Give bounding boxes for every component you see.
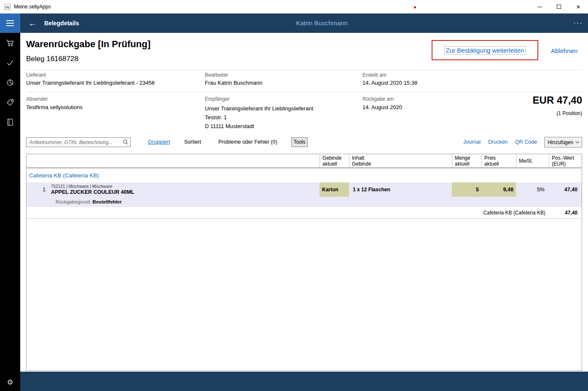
- return-reason-label: Rückgabegrund:: [56, 199, 91, 204]
- total-amount: EUR 47,40: [533, 94, 582, 106]
- maximize-icon: [557, 5, 561, 9]
- empfaenger-label: Empfänger: [205, 96, 230, 102]
- forward-for-confirmation-link[interactable]: Zur Bestätigung weiterleiten: [444, 46, 526, 55]
- divider: [26, 92, 582, 92]
- rueckgabe-am-value: 14. August 2020: [362, 104, 402, 110]
- page-title: Belegdetails: [44, 13, 79, 33]
- sidebar-item-prices[interactable]: [0, 92, 20, 112]
- sidebar-item-catalog[interactable]: [0, 112, 20, 132]
- col-header-pos-wert: Pos.-Wert (EUR): [549, 154, 582, 168]
- checkmark-icon: [6, 59, 14, 67]
- qr-code-link[interactable]: QR Code: [515, 137, 537, 147]
- annotation-highlight-box: Zur Bestätigung weiterleiten: [432, 40, 538, 60]
- col-header-mwst: MwSt.: [516, 154, 549, 168]
- add-button-label: Hinzufügen: [548, 139, 573, 145]
- rueckgabe-am-label: Rückgabe am: [362, 96, 394, 102]
- grouped-toggle-link[interactable]: Gruppiert: [148, 137, 170, 147]
- close-icon: ✕: [576, 4, 581, 10]
- summary-group-total: 47,40: [565, 210, 582, 216]
- pie-chart-icon: [6, 78, 14, 87]
- sidebar-item-orders[interactable]: [0, 33, 20, 53]
- col-header-menge: Menge aktuell: [452, 154, 481, 168]
- group-summary-row: Cafeteria KB (Cafeteria KB) 47,40: [27, 207, 582, 219]
- chevron-down-icon: [576, 140, 579, 143]
- row-menge-cell[interactable]: 5: [452, 182, 481, 197]
- window-title: Meine sellyApps: [14, 4, 51, 10]
- total-positions: (1 Position): [556, 110, 582, 116]
- sidebar: ⚙: [0, 33, 20, 391]
- bottom-bar: [20, 372, 588, 391]
- gear-icon: ⚙: [7, 378, 13, 386]
- hamburger-icon: [6, 20, 14, 21]
- absender-value: Testfirma sellysolutions: [26, 104, 83, 110]
- journal-link[interactable]: Journal: [463, 137, 481, 147]
- top-nav-bar: ← Belegdetails Katrin Buschmann ···: [0, 13, 588, 33]
- row-article-name: APPEL ZUCKER COULEUR 40ML: [51, 189, 134, 196]
- row-preis-cell[interactable]: 9,48: [481, 182, 516, 197]
- erstellt-am-value: 14. August 2020 15:38: [362, 80, 417, 86]
- row-mwst-cell: 5%: [516, 182, 549, 197]
- tools-button[interactable]: Tools: [291, 137, 308, 147]
- annotation-dot: [414, 6, 416, 8]
- divider: [26, 70, 582, 70]
- add-button[interactable]: Hinzufügen: [544, 137, 582, 147]
- hamburger-menu-button[interactable]: [0, 13, 20, 33]
- group-header-row[interactable]: Cafeteria KB (Cafeteria KB): [27, 168, 582, 182]
- search-field: [26, 137, 131, 147]
- settings-button[interactable]: ⚙: [0, 378, 20, 387]
- window-controls: ✕: [530, 0, 588, 13]
- erstellt-am-label: Erstellt am: [362, 72, 387, 78]
- bearbeiter-label: Bearbeiter: [205, 72, 228, 78]
- close-button[interactable]: ✕: [569, 0, 588, 13]
- search-icon: [122, 139, 129, 145]
- table-header-row: Gebinde aktuell Inhalt Gebinde Menge akt…: [27, 154, 582, 168]
- titlebar: Meine sellyApps ✕: [0, 0, 588, 13]
- col-header-preis: Preis aktuell: [481, 154, 516, 168]
- cart-icon: [6, 39, 14, 47]
- col-header-pos: [27, 154, 48, 168]
- sidebar-item-approvals[interactable]: [0, 53, 20, 72]
- row-gebinde-cell[interactable]: Karton: [320, 182, 349, 197]
- back-arrow-icon: ←: [28, 19, 37, 28]
- price-tag-icon: [6, 98, 14, 107]
- user-name[interactable]: Katrin Buschmann: [296, 13, 348, 33]
- return-reason-value: Bestellfehler: [93, 199, 122, 204]
- row-wert-cell: 47,40: [549, 182, 582, 197]
- reject-link[interactable]: Ablehnen: [551, 47, 577, 54]
- sorted-toggle-link[interactable]: Sortiert: [184, 137, 201, 147]
- maximize-button[interactable]: [549, 0, 569, 13]
- row-position-number: 1: [27, 182, 48, 197]
- col-header-article: [48, 154, 320, 168]
- document-number: Beleg 16168728: [26, 55, 78, 63]
- minimize-icon: [537, 7, 542, 7]
- ellipsis-icon: ···: [573, 19, 583, 27]
- app-icon: [4, 4, 11, 10]
- return-reason-row: Rückgabegrund: Bestellfehler: [27, 197, 582, 207]
- search-input[interactable]: [26, 137, 131, 147]
- table-row[interactable]: 1 752121 | Mischware | Mischware APPEL Z…: [27, 182, 582, 197]
- col-header-inhalt: Inhalt Gebinde: [349, 154, 452, 168]
- sidebar-item-statistics[interactable]: [0, 72, 20, 92]
- bearbeiter-value: Frau Katrin Buschmann: [205, 80, 263, 86]
- back-button[interactable]: ←: [24, 13, 41, 33]
- positions-table: Gebinde aktuell Inhalt Gebinde Menge akt…: [26, 154, 582, 371]
- problems-filter-link[interactable]: Probleme oder Fehler (0): [218, 137, 277, 147]
- minimize-button[interactable]: [530, 0, 549, 13]
- document-title: Warenrückgabe [In Prüfung]: [26, 39, 150, 50]
- more-button[interactable]: ···: [573, 13, 583, 33]
- row-article: 752121 | Mischware | Mischware APPEL ZUC…: [48, 182, 320, 197]
- lieferant-label: Lieferant: [26, 72, 46, 78]
- col-header-gebinde: Gebinde aktuell: [320, 154, 349, 168]
- print-link[interactable]: Drucken: [488, 137, 508, 147]
- lieferant-value: Unser Trainingslieferant Ihr Lieblingsli…: [26, 80, 155, 86]
- row-article-meta: 752121 | Mischware | Mischware: [51, 184, 112, 189]
- empfaenger-value: Unser Trainingslieferant Ihr Lieblingsli…: [205, 104, 313, 131]
- main-content: Warenrückgabe [In Prüfung] Beleg 1616872…: [20, 33, 588, 372]
- row-inhalt-cell: 1 x 12 Flaschen: [349, 182, 452, 197]
- summary-group-name: Cafeteria KB (Cafeteria KB): [483, 210, 545, 216]
- catalog-icon: [6, 118, 14, 126]
- absender-label: Absender: [26, 96, 48, 102]
